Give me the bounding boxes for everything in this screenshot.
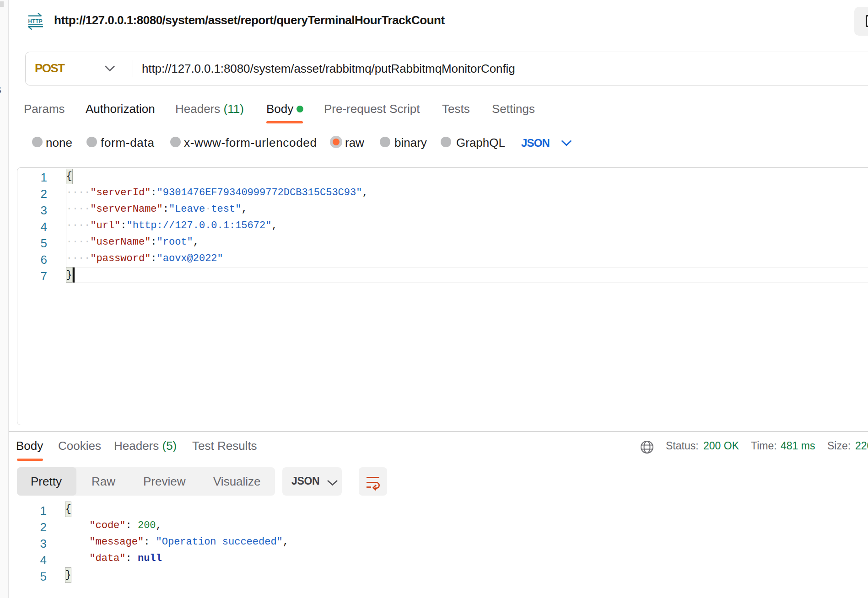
svg-text:HTTP: HTTP	[28, 18, 43, 25]
